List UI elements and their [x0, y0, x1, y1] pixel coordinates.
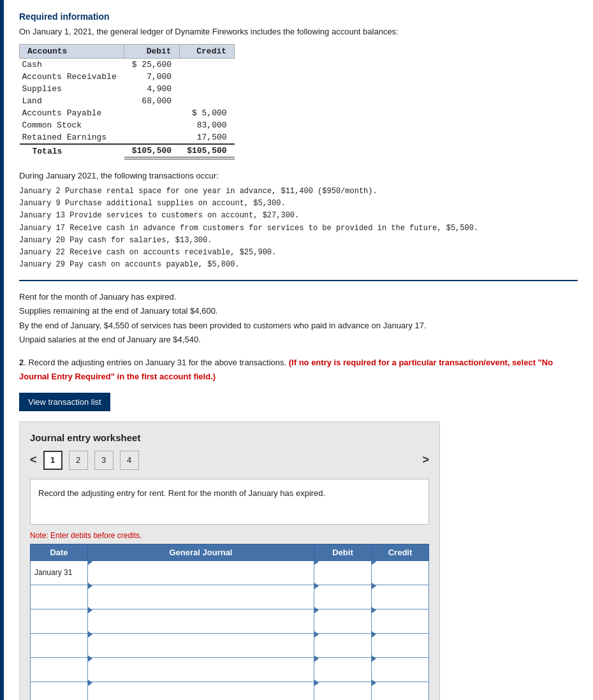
credit-value — [179, 71, 234, 83]
balance-row: Cash $ 25,600 — [20, 59, 235, 71]
credit-arrow-icon — [372, 558, 376, 565]
debit-value: 7,000 — [124, 71, 179, 83]
th-debit: Debit — [314, 544, 372, 560]
transactions-list: January 2 Purchase rental space for one … — [19, 186, 578, 271]
journal-date-cell — [31, 609, 88, 633]
general-journal-input[interactable] — [88, 687, 314, 700]
journal-date-cell — [31, 657, 88, 682]
adjustments-section: Rent for the month of January has expire… — [19, 290, 578, 346]
credit-input[interactable] — [372, 687, 428, 700]
balance-row: Supplies 4,900 — [20, 83, 235, 95]
credit-input[interactable] — [372, 590, 428, 613]
transaction-item: January 13 Provide services to customers… — [19, 210, 578, 222]
account-name: Retained Earnings — [20, 131, 124, 144]
credit-value: $ 5,000 — [179, 107, 234, 119]
credit-value: 17,500 — [179, 131, 234, 144]
journal-date-cell: January 31 — [31, 560, 88, 585]
general-journal-input[interactable] — [88, 638, 314, 662]
credit-arrow-icon — [372, 655, 376, 662]
credit-input[interactable] — [372, 565, 428, 589]
instruction-box: Record the adjusting entry for rent. Ren… — [30, 479, 429, 525]
page-btn-2[interactable]: 2 — [69, 451, 88, 470]
general-journal-input[interactable] — [88, 614, 314, 638]
debit-value — [124, 107, 179, 119]
debit-arrow-icon — [314, 655, 319, 662]
transactions-title: During January 2021, the following trans… — [19, 171, 578, 180]
col-header-debit: Debit — [124, 45, 179, 59]
view-transaction-list-button[interactable]: View transaction list — [19, 393, 110, 411]
general-journal-input[interactable] — [88, 565, 314, 589]
th-credit: Credit — [372, 544, 429, 560]
journal-debit-cell[interactable] — [314, 560, 372, 585]
debit-arrow-icon — [314, 558, 319, 565]
debit-input[interactable] — [314, 638, 371, 662]
debit-input[interactable] — [314, 687, 371, 700]
page-btn-1[interactable]: 1 — [43, 451, 62, 470]
debit-input[interactable] — [314, 565, 371, 589]
required-info-title: Required information — [19, 11, 578, 22]
journal-title: Journal entry worksheet — [30, 432, 429, 443]
debit-value: $ 25,600 — [124, 59, 179, 71]
row-arrow-icon — [88, 631, 92, 638]
journal-date-cell — [31, 682, 88, 700]
general-journal-input[interactable] — [88, 590, 314, 613]
credit-input[interactable] — [372, 638, 428, 662]
col-header-accounts: Accounts — [20, 45, 124, 59]
credit-input[interactable] — [372, 662, 428, 686]
balance-row: Land 68,000 — [20, 95, 235, 107]
content: Required information On January 1, 2021,… — [0, 0, 593, 700]
account-name: Common Stock — [20, 119, 124, 131]
transaction-item: January 29 Pay cash on accounts payable,… — [19, 259, 578, 271]
transaction-item: January 9 Purchase additional supplies o… — [19, 198, 578, 210]
nav-right-arrow[interactable]: > — [422, 453, 429, 467]
credit-value — [179, 95, 234, 107]
nav-left-arrow[interactable]: < — [30, 453, 37, 467]
balance-row: Retained Earnings 17,500 — [20, 131, 235, 144]
account-name: Accounts Receivable — [20, 71, 124, 83]
debit-value: 4,900 — [124, 83, 179, 95]
balances-table: Accounts Debit Credit Cash $ 25,600 Acco… — [19, 44, 235, 159]
journal-credit-cell[interactable] — [372, 560, 429, 585]
balance-row: Common Stock 83,000 — [20, 119, 235, 131]
problem-text: . Record the adjusting entries on Januar… — [24, 358, 289, 367]
journal-date-cell — [31, 633, 88, 657]
debit-value — [124, 119, 179, 131]
debit-input[interactable] — [314, 614, 371, 638]
debit-input[interactable] — [314, 662, 371, 686]
debit-arrow-icon — [314, 583, 319, 589]
row-arrow-icon — [88, 607, 92, 613]
problem-statement: 2. Record the adjusting entries on Janua… — [19, 356, 578, 384]
totals-debit: $105,500 — [124, 144, 179, 158]
page-wrapper: Required information On January 1, 2021,… — [0, 0, 593, 700]
page-btn-3[interactable]: 3 — [94, 451, 113, 470]
intro-text: On January 1, 2021, the general ledger o… — [19, 27, 578, 36]
row-arrow-icon — [88, 680, 92, 686]
transaction-item: January 17 Receive cash in advance from … — [19, 222, 578, 235]
debit-input[interactable] — [314, 590, 371, 613]
debit-arrow-icon — [314, 607, 319, 613]
journal-date-cell — [31, 585, 88, 609]
credit-arrow-icon — [372, 680, 376, 686]
general-journal-input[interactable] — [88, 662, 314, 686]
credit-input[interactable] — [372, 614, 428, 638]
journal-entry-table: Date General Journal Debit Credit Januar… — [30, 544, 429, 700]
th-general-journal: General Journal — [88, 544, 314, 560]
page-btn-4[interactable]: 4 — [120, 451, 139, 470]
section-divider — [19, 280, 578, 281]
adjustment-item: By the end of January, $4,550 of service… — [19, 319, 578, 333]
totals-label: Totals — [20, 144, 124, 158]
balance-row: Accounts Payable $ 5,000 — [20, 107, 235, 119]
credit-arrow-icon — [372, 607, 376, 613]
account-name: Supplies — [20, 83, 124, 95]
row-arrow-icon — [88, 583, 92, 589]
debit-arrow-icon — [314, 631, 319, 638]
col-header-credit: Credit — [179, 45, 234, 59]
balance-row: Accounts Receivable 7,000 — [20, 71, 235, 83]
credit-value — [179, 83, 234, 95]
journal-gj-cell[interactable] — [88, 560, 314, 585]
credit-arrow-icon — [372, 583, 376, 589]
adjustment-item: Unpaid salaries at the end of January ar… — [19, 333, 578, 347]
alert-bar — [0, 0, 4, 700]
note-text: Note: Enter debits before credits. — [30, 531, 429, 540]
totals-credit: $105,500 — [179, 144, 234, 158]
